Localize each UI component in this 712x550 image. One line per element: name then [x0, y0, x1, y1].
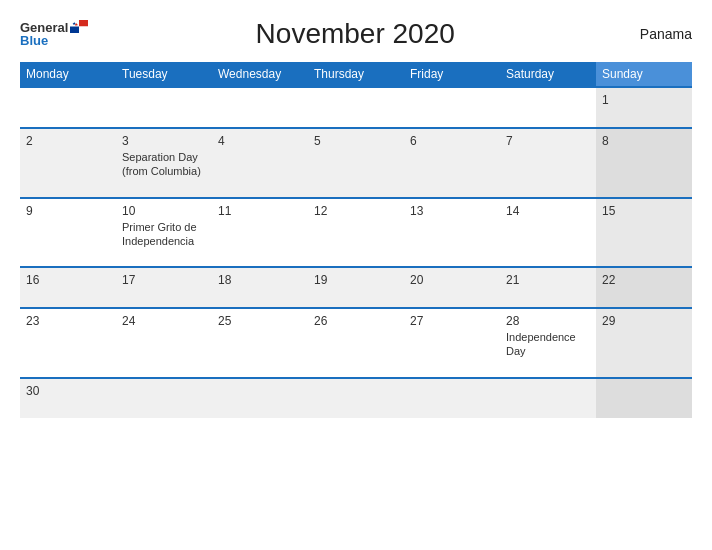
col-wednesday: Wednesday — [212, 62, 308, 87]
calendar-day — [212, 87, 308, 128]
calendar-day: 8 — [596, 128, 692, 198]
holiday-label: Primer Grito de Independencia — [122, 220, 206, 249]
logo: General Blue — [20, 21, 88, 47]
calendar-day — [20, 87, 116, 128]
day-number: 23 — [26, 314, 110, 328]
calendar-day: 18 — [212, 267, 308, 308]
calendar-header-row: Monday Tuesday Wednesday Thursday Friday… — [20, 62, 692, 87]
calendar-week-row: 23Separation Day (from Columbia)45678 — [20, 128, 692, 198]
calendar-day: 15 — [596, 198, 692, 268]
calendar-day: 16 — [20, 267, 116, 308]
logo-blue-text: Blue — [20, 34, 48, 47]
day-number: 26 — [314, 314, 398, 328]
day-number: 6 — [410, 134, 494, 148]
svg-rect-2 — [70, 27, 79, 34]
day-number: 4 — [218, 134, 302, 148]
calendar-day: 21 — [500, 267, 596, 308]
calendar-week-row: 232425262728Independence Day29 — [20, 308, 692, 378]
calendar-day: 29 — [596, 308, 692, 378]
calendar-day: 5 — [308, 128, 404, 198]
day-number: 24 — [122, 314, 206, 328]
col-tuesday: Tuesday — [116, 62, 212, 87]
calendar-day: 12 — [308, 198, 404, 268]
day-number: 10 — [122, 204, 206, 218]
calendar-day — [116, 378, 212, 418]
calendar-page: General Blue November 2020 Panama Monday… — [0, 0, 712, 550]
col-sunday: Sunday — [596, 62, 692, 87]
logo-flag-icon — [70, 20, 88, 33]
day-number: 7 — [506, 134, 590, 148]
calendar-week-row: 16171819202122 — [20, 267, 692, 308]
day-number: 9 — [26, 204, 110, 218]
day-number: 2 — [26, 134, 110, 148]
day-number: 12 — [314, 204, 398, 218]
calendar-day: 14 — [500, 198, 596, 268]
holiday-label: Independence Day — [506, 330, 590, 359]
calendar-day: 23 — [20, 308, 116, 378]
calendar-day: 25 — [212, 308, 308, 378]
header: General Blue November 2020 Panama — [20, 18, 692, 50]
calendar-week-row: 1 — [20, 87, 692, 128]
calendar-day: 9 — [20, 198, 116, 268]
calendar-day: 7 — [500, 128, 596, 198]
calendar-day — [308, 378, 404, 418]
calendar-week-row: 910Primer Grito de Independencia11121314… — [20, 198, 692, 268]
day-number: 11 — [218, 204, 302, 218]
day-number: 20 — [410, 273, 494, 287]
calendar-day: 3Separation Day (from Columbia) — [116, 128, 212, 198]
calendar-day: 13 — [404, 198, 500, 268]
day-number: 25 — [218, 314, 302, 328]
col-thursday: Thursday — [308, 62, 404, 87]
col-friday: Friday — [404, 62, 500, 87]
calendar-day: 24 — [116, 308, 212, 378]
calendar-day: 22 — [596, 267, 692, 308]
calendar-day: 30 — [20, 378, 116, 418]
calendar-day: 4 — [212, 128, 308, 198]
day-number: 3 — [122, 134, 206, 148]
calendar-day: 1 — [596, 87, 692, 128]
page-title: November 2020 — [88, 18, 622, 50]
day-number: 18 — [218, 273, 302, 287]
calendar-day: 28Independence Day — [500, 308, 596, 378]
day-number: 28 — [506, 314, 590, 328]
calendar-day — [404, 87, 500, 128]
calendar-day — [404, 378, 500, 418]
calendar-day: 6 — [404, 128, 500, 198]
day-number: 16 — [26, 273, 110, 287]
day-number: 21 — [506, 273, 590, 287]
day-number: 14 — [506, 204, 590, 218]
day-number: 29 — [602, 314, 686, 328]
calendar-day — [500, 87, 596, 128]
calendar-week-row: 30 — [20, 378, 692, 418]
calendar-day: 10Primer Grito de Independencia — [116, 198, 212, 268]
calendar-day — [116, 87, 212, 128]
col-monday: Monday — [20, 62, 116, 87]
calendar-day: 2 — [20, 128, 116, 198]
holiday-label: Separation Day (from Columbia) — [122, 150, 206, 179]
calendar-day — [500, 378, 596, 418]
day-number: 30 — [26, 384, 110, 398]
calendar-day: 20 — [404, 267, 500, 308]
calendar-day — [596, 378, 692, 418]
day-number: 22 — [602, 273, 686, 287]
country-label: Panama — [622, 26, 692, 42]
calendar-day: 19 — [308, 267, 404, 308]
day-number: 19 — [314, 273, 398, 287]
calendar-day — [308, 87, 404, 128]
calendar-day: 11 — [212, 198, 308, 268]
day-number: 13 — [410, 204, 494, 218]
calendar-day — [212, 378, 308, 418]
svg-rect-1 — [79, 20, 88, 27]
day-number: 15 — [602, 204, 686, 218]
calendar-day: 27 — [404, 308, 500, 378]
day-number: 5 — [314, 134, 398, 148]
calendar-table: Monday Tuesday Wednesday Thursday Friday… — [20, 62, 692, 418]
svg-rect-3 — [79, 27, 88, 34]
day-number: 17 — [122, 273, 206, 287]
day-number: 27 — [410, 314, 494, 328]
col-saturday: Saturday — [500, 62, 596, 87]
day-number: 1 — [602, 93, 686, 107]
calendar-day: 26 — [308, 308, 404, 378]
day-number: 8 — [602, 134, 686, 148]
calendar-day: 17 — [116, 267, 212, 308]
